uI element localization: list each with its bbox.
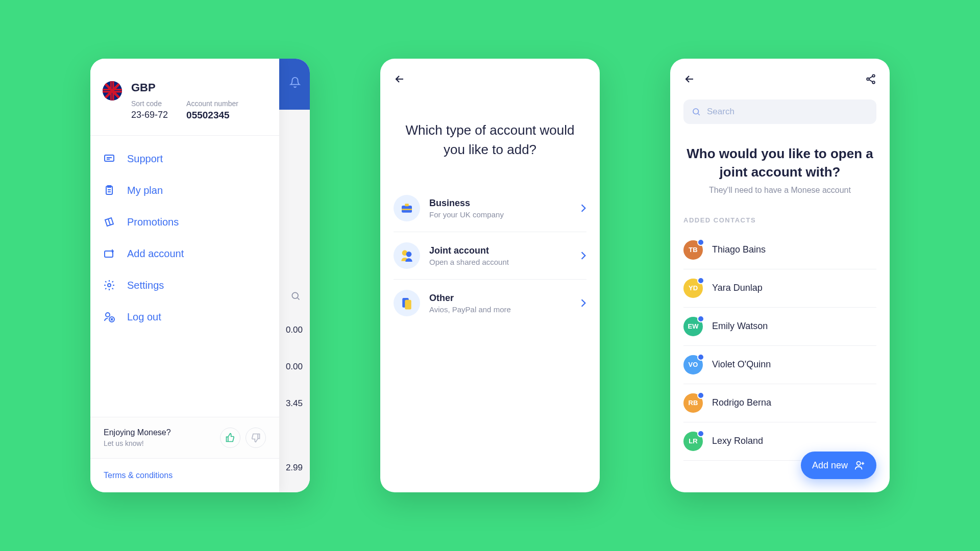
option-title: Business — [429, 198, 571, 209]
contact-row[interactable]: TB Thiago Bains — [683, 231, 876, 269]
side-drawer: GBP Sort code 23-69-72 Account number 05… — [90, 59, 279, 492]
contact-name: Emily Watson — [712, 321, 768, 332]
avatar: EW — [683, 317, 703, 336]
status-dot-icon — [697, 430, 704, 437]
option-title: Other — [429, 293, 571, 304]
avatar: YD — [683, 279, 703, 298]
chevron-right-icon — [580, 251, 586, 260]
svg-point-11 — [406, 252, 412, 257]
feedback-bar: Enjoying Monese? Let us know! — [90, 417, 279, 458]
menu-item-support[interactable]: Support — [90, 143, 279, 174]
status-dot-icon — [697, 277, 704, 284]
gear-icon — [103, 279, 116, 292]
option-joint[interactable]: Joint account Open a shared account — [394, 232, 586, 280]
svg-point-18 — [857, 462, 861, 465]
contact-name: Thiago Bains — [712, 244, 766, 255]
status-dot-icon — [697, 354, 704, 361]
bg-amount: 0.00 — [286, 362, 303, 372]
menu-label: Log out — [127, 311, 161, 323]
svg-point-5 — [106, 313, 110, 317]
thumbs-up-icon — [225, 433, 235, 443]
contact-row[interactable]: RB Rodrigo Berna — [683, 384, 876, 422]
search-icon[interactable] — [290, 291, 301, 301]
people-icon — [394, 242, 420, 269]
feedback-title: Enjoying Monese? — [104, 428, 171, 437]
option-subtitle: For your UK company — [429, 210, 571, 219]
page-title: Who would you like to open a joint accou… — [670, 124, 890, 186]
contact-row[interactable]: VO Violet O'Quinn — [683, 346, 876, 384]
chevron-right-icon — [580, 298, 586, 308]
status-dot-icon — [697, 315, 704, 322]
menu-label: Settings — [127, 280, 164, 291]
uk-flag-icon — [103, 81, 122, 101]
contact-name: Yara Dunlap — [712, 283, 763, 293]
background-list — [279, 110, 310, 492]
page-title: Which type of account would you like to … — [380, 85, 600, 185]
currency-code: GBP — [131, 81, 238, 94]
search-input[interactable] — [707, 107, 868, 117]
svg-rect-9 — [402, 209, 412, 211]
search-icon — [692, 107, 701, 116]
svg-rect-3 — [105, 251, 113, 257]
page-subtitle: They'll need to have a Monese account — [670, 186, 890, 195]
back-arrow-icon[interactable] — [683, 73, 696, 85]
menu-item-log-out[interactable]: Log out — [90, 301, 279, 333]
contact-row[interactable]: EW Emily Watson — [683, 308, 876, 346]
contact-name: Lexy Roland — [712, 436, 763, 446]
phone-joint-contacts: Who would you like to open a joint accou… — [670, 59, 890, 492]
menu-label: Add account — [127, 248, 184, 260]
contact-row[interactable]: YD Yara Dunlap — [683, 269, 876, 308]
cards-icon — [394, 290, 420, 316]
menu-label: Promotions — [127, 216, 179, 228]
search-field[interactable] — [683, 99, 876, 124]
feedback-subtitle: Let us know! — [104, 439, 171, 447]
logout-icon — [103, 310, 116, 323]
option-other[interactable]: Other Avios, PayPal and more — [394, 280, 586, 327]
menu-label: My plan — [127, 185, 163, 196]
status-dot-icon — [697, 392, 704, 399]
menu-item-promotions[interactable]: Promotions — [90, 206, 279, 238]
add-new-button[interactable]: Add new — [801, 452, 876, 479]
chevron-right-icon — [580, 204, 586, 213]
menu-item-add-account[interactable]: Add account — [90, 238, 279, 269]
option-subtitle: Open a shared account — [429, 258, 571, 266]
option-business[interactable]: Business For your UK company — [394, 185, 586, 232]
svg-point-0 — [292, 292, 298, 298]
bg-amount: 3.45 — [286, 398, 303, 409]
thumbs-down-button[interactable] — [246, 428, 266, 448]
chat-icon — [103, 152, 116, 165]
svg-point-4 — [108, 284, 111, 287]
menu-label: Support — [127, 153, 163, 165]
thumbs-down-icon — [251, 433, 261, 443]
account-number-label: Account number — [186, 99, 238, 108]
sort-code-label: Sort code — [131, 99, 168, 108]
menu-item-my-plan[interactable]: My plan — [90, 174, 279, 206]
wallet-plus-icon — [103, 247, 116, 260]
account-header: GBP Sort code 23-69-72 Account number 05… — [90, 59, 279, 135]
back-arrow-icon[interactable] — [394, 73, 586, 85]
avatar: VO — [683, 355, 703, 374]
option-subtitle: Avios, PayPal and more — [429, 305, 571, 314]
menu-list: Support My plan Promotions Add account — [90, 136, 279, 340]
contacts-list: TB Thiago Bains YD Yara Dunlap EW Emily … — [670, 231, 890, 461]
svg-rect-13 — [405, 300, 411, 310]
avatar: LR — [683, 432, 703, 451]
ticket-icon — [103, 215, 116, 229]
share-icon[interactable] — [865, 73, 876, 85]
sort-code-value: 23-69-72 — [131, 110, 168, 120]
thumbs-up-button[interactable] — [220, 428, 240, 448]
briefcase-icon — [394, 195, 420, 221]
status-dot-icon — [697, 239, 704, 246]
svg-rect-8 — [405, 204, 409, 207]
bell-icon[interactable] — [289, 77, 301, 88]
account-type-list: Business For your UK company Joint accou… — [380, 185, 600, 327]
fab-label: Add new — [812, 460, 848, 471]
menu-item-settings[interactable]: Settings — [90, 269, 279, 301]
section-label: ADDED CONTACTS — [670, 195, 890, 231]
clipboard-icon — [103, 184, 116, 197]
terms-link[interactable]: Terms & conditions — [90, 458, 279, 492]
phone-account-type: Which type of account would you like to … — [380, 59, 600, 492]
avatar: RB — [683, 393, 703, 413]
bg-amount: 2.99 — [286, 463, 303, 473]
account-number-value: 05502345 — [186, 110, 238, 121]
